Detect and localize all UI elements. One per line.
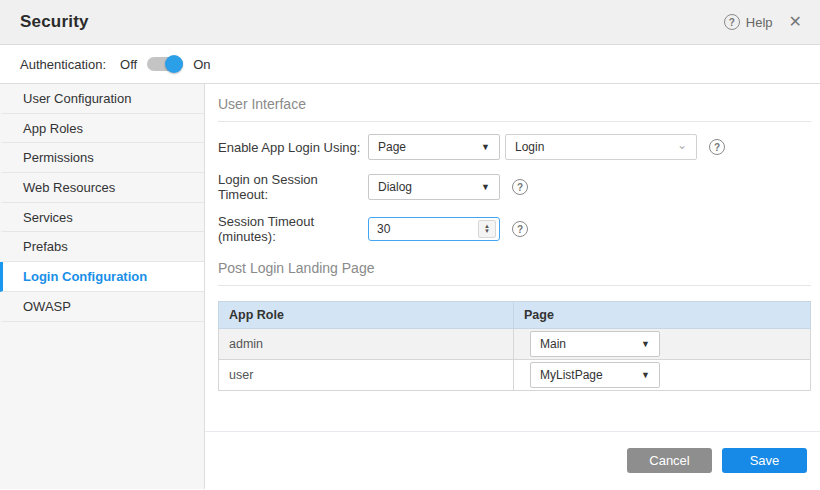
timeout-login-type-value: Dialog bbox=[378, 180, 412, 194]
toggle-on-label: On bbox=[193, 57, 210, 72]
session-timeout-login-row: Login on Session Timeout: Dialog ▼ ? bbox=[218, 172, 811, 202]
save-button[interactable]: Save bbox=[722, 448, 807, 473]
session-timeout-login-label: Login on Session Timeout: bbox=[218, 172, 368, 202]
dropdown-arrow-icon: ▼ bbox=[641, 371, 650, 380]
dropdown-arrow-icon: ▼ bbox=[481, 143, 490, 152]
table-row-admin: admin Main ▼ bbox=[219, 329, 811, 360]
sidebar-item-user-configuration[interactable]: User Configuration bbox=[0, 84, 204, 114]
user-page-select[interactable]: MyListPage ▼ bbox=[530, 362, 660, 388]
toggle-knob bbox=[165, 55, 183, 73]
session-timeout-minutes-label: Session Timeout (minutes): bbox=[218, 214, 368, 244]
column-header-page: Page bbox=[514, 302, 811, 329]
settings-sidebar: User Configuration App Roles Permissions… bbox=[0, 84, 205, 489]
dialog-footer: Cancel Save bbox=[205, 431, 820, 489]
help-icon: ? bbox=[724, 14, 740, 30]
help-label: Help bbox=[746, 15, 773, 30]
session-timeout-field-wrap: ▲ ▼ bbox=[368, 217, 500, 241]
timeout-login-type-select[interactable]: Dialog ▼ bbox=[368, 174, 500, 200]
help-icon[interactable]: ? bbox=[512, 221, 528, 237]
dropdown-arrow-icon: ▼ bbox=[641, 340, 650, 349]
authentication-toggle[interactable] bbox=[147, 55, 183, 73]
sidebar-item-app-roles[interactable]: App Roles bbox=[0, 114, 204, 144]
user-page-value: MyListPage bbox=[540, 368, 603, 382]
login-type-value: Page bbox=[378, 140, 406, 154]
sidebar-item-permissions[interactable]: Permissions bbox=[0, 143, 204, 173]
authentication-label: Authentication: bbox=[20, 57, 106, 72]
page-title: Security bbox=[20, 12, 89, 32]
sidebar-item-services[interactable]: Services bbox=[0, 203, 204, 233]
cancel-button[interactable]: Cancel bbox=[627, 448, 712, 473]
dialog-header: Security ? Help ✕ bbox=[0, 0, 820, 45]
role-cell: admin bbox=[219, 329, 514, 360]
session-timeout-minutes-row: Session Timeout (minutes): ▲ ▼ ? bbox=[218, 214, 811, 244]
role-cell: user bbox=[219, 360, 514, 391]
number-spinner[interactable]: ▲ ▼ bbox=[478, 220, 496, 238]
column-header-app-role: App Role bbox=[219, 302, 514, 329]
session-timeout-input[interactable] bbox=[369, 218, 478, 240]
login-configuration-panel: User Interface Enable App Login Using: P… bbox=[205, 84, 820, 489]
help-button[interactable]: ? Help bbox=[724, 14, 773, 30]
enable-app-login-row: Enable App Login Using: Page ▼ Login ⌄ ? bbox=[218, 134, 811, 160]
login-type-select[interactable]: Page ▼ bbox=[368, 134, 500, 160]
enable-app-login-label: Enable App Login Using: bbox=[218, 140, 368, 155]
sidebar-item-owasp[interactable]: OWASP bbox=[0, 292, 204, 322]
landing-page-table: App Role Page admin Main ▼ bbox=[218, 301, 811, 391]
spinner-down-icon: ▼ bbox=[484, 229, 490, 234]
login-page-select[interactable]: Login ⌄ bbox=[505, 134, 697, 160]
admin-page-select[interactable]: Main ▼ bbox=[530, 331, 660, 357]
sidebar-item-prefabs[interactable]: Prefabs bbox=[0, 232, 204, 262]
dropdown-arrow-icon: ▼ bbox=[481, 183, 490, 192]
table-row-user: user MyListPage ▼ bbox=[219, 360, 811, 391]
help-icon[interactable]: ? bbox=[512, 179, 528, 195]
admin-page-value: Main bbox=[540, 337, 566, 351]
help-icon[interactable]: ? bbox=[709, 139, 725, 155]
authentication-bar: Authentication: Off On bbox=[0, 45, 820, 84]
security-dialog: Security ? Help ✕ Authentication: Off On… bbox=[0, 0, 820, 490]
login-page-value: Login bbox=[515, 140, 544, 154]
section-title-post-login: Post Login Landing Page bbox=[218, 260, 811, 286]
close-icon[interactable]: ✕ bbox=[789, 14, 802, 30]
chevron-down-icon: ⌄ bbox=[677, 139, 687, 151]
toggle-off-label: Off bbox=[120, 57, 137, 72]
sidebar-item-web-resources[interactable]: Web Resources bbox=[0, 173, 204, 203]
section-title-user-interface: User Interface bbox=[218, 96, 811, 122]
sidebar-item-login-configuration[interactable]: Login Configuration bbox=[0, 262, 204, 292]
